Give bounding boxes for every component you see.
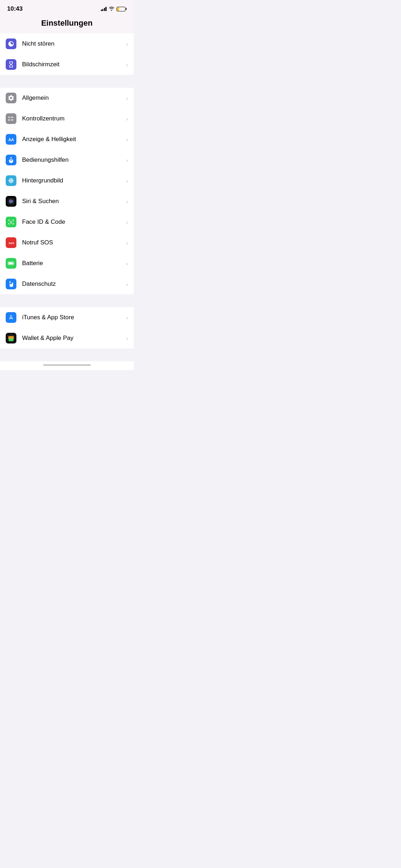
faceid-chevron: › (126, 219, 128, 225)
faceid-label: Face ID & Code (22, 218, 123, 226)
svg-point-5 (8, 119, 9, 120)
svg-point-22 (9, 200, 10, 203)
svg-point-25 (12, 200, 13, 203)
status-bar: 10:43 (0, 0, 134, 16)
nicht-storen-chevron: › (126, 41, 128, 47)
status-time: 10:43 (7, 5, 22, 12)
bottom-gap (0, 348, 134, 361)
sidebar-item-batterie[interactable]: Batterie › (0, 253, 134, 274)
allgemein-icon (6, 93, 16, 103)
svg-point-15 (9, 180, 10, 181)
siri-label: Siri & Suchen (22, 198, 123, 205)
svg-text:AA: AA (9, 138, 14, 142)
itunes-icon (6, 312, 16, 323)
svg-point-12 (10, 180, 12, 181)
datenschutz-label: Datenschutz (22, 280, 123, 288)
sidebar-item-kontrollzentrum[interactable]: Kontrollzentrum › (0, 108, 134, 129)
siri-icon (6, 196, 16, 207)
svg-point-7 (13, 119, 14, 120)
svg-point-23 (10, 199, 11, 203)
kontrollzentrum-label: Kontrollzentrum (22, 115, 123, 122)
nicht-storen-label: Nicht stören (22, 40, 123, 47)
svg-rect-33 (9, 337, 14, 338)
batterie-chevron: › (126, 260, 128, 267)
home-indicator-area (0, 361, 134, 370)
section-top: Nicht stören › Bildschirmzeit › (0, 33, 134, 75)
svg-point-3 (11, 117, 12, 118)
wifi-icon (109, 6, 114, 12)
page-title: Einstellungen (0, 19, 134, 28)
sidebar-item-notruf[interactable]: SOS Notruf SOS › (0, 232, 134, 253)
faceid-icon (6, 217, 16, 227)
anzeige-label: Anzeige & Helligkeit (22, 136, 123, 143)
bedienungshilfen-icon (6, 155, 16, 165)
sidebar-item-wallet[interactable]: Wallet & Apple Pay › (0, 328, 134, 348)
wallet-label: Wallet & Apple Pay (22, 335, 123, 342)
battery-icon (117, 7, 125, 11)
sidebar-item-siri[interactable]: Siri & Suchen › (0, 191, 134, 212)
sidebar-item-nicht-storen[interactable]: Nicht stören › (0, 33, 134, 54)
hintergrundbild-label: Hintergrundbild (22, 177, 123, 184)
sidebar-item-faceid[interactable]: Face ID & Code › (0, 212, 134, 232)
section-system: Allgemein › Kontrollzentrum › AA (0, 88, 134, 294)
wallet-icon (6, 333, 16, 343)
svg-rect-35 (9, 339, 13, 340)
sidebar-item-hintergrundbild[interactable]: Hintergrundbild › (0, 170, 134, 191)
bildschirmzeit-icon (6, 59, 16, 70)
itunes-chevron: › (126, 315, 128, 321)
kontrollzentrum-chevron: › (126, 116, 128, 122)
allgemein-chevron: › (126, 95, 128, 101)
svg-rect-34 (9, 339, 13, 341)
hintergrundbild-icon (6, 175, 16, 186)
bedienungshilfen-label: Bedienungshilfen (22, 156, 123, 164)
wallet-chevron: › (126, 335, 128, 341)
datenschutz-chevron: › (126, 281, 128, 287)
sidebar-item-allgemein[interactable]: Allgemein › (0, 88, 134, 108)
section-store: iTunes & App Store › Wallet & Apple Pay … (0, 307, 134, 348)
section-gap-1 (0, 75, 134, 88)
section-gap-2 (0, 294, 134, 307)
page-header: Einstellungen (0, 16, 134, 33)
anzeige-chevron: › (126, 136, 128, 143)
bedienungshilfen-chevron: › (126, 157, 128, 163)
notruf-icon: SOS (6, 237, 16, 248)
svg-point-24 (11, 200, 12, 203)
svg-point-11 (11, 157, 12, 158)
notruf-chevron: › (126, 240, 128, 246)
sidebar-item-itunes[interactable]: iTunes & App Store › (0, 307, 134, 328)
signal-icon (101, 7, 107, 11)
status-icons (101, 6, 127, 12)
sidebar-item-datenschutz[interactable]: Datenschutz › (0, 274, 134, 294)
kontrollzentrum-icon (6, 113, 16, 124)
svg-point-16 (12, 180, 14, 181)
svg-point-13 (10, 178, 11, 180)
batterie-icon (6, 258, 16, 269)
svg-text:SOS: SOS (9, 242, 14, 245)
bildschirmzeit-label: Bildschirmzeit (22, 61, 123, 68)
notruf-label: Notruf SOS (22, 239, 123, 246)
svg-point-1 (9, 117, 10, 118)
sidebar-item-bildschirmzeit[interactable]: Bildschirmzeit › (0, 54, 134, 75)
allgemein-label: Allgemein (22, 94, 123, 102)
sidebar-item-anzeige[interactable]: AA Anzeige & Helligkeit › (0, 129, 134, 150)
svg-rect-30 (9, 263, 13, 264)
svg-point-14 (10, 182, 11, 184)
bildschirmzeit-chevron: › (126, 62, 128, 68)
home-bar (43, 364, 91, 366)
sidebar-item-bedienungshilfen[interactable]: Bedienungshilfen › (0, 150, 134, 170)
hintergrundbild-chevron: › (126, 178, 128, 184)
itunes-label: iTunes & App Store (22, 314, 123, 321)
datenschutz-icon (6, 279, 16, 289)
nicht-storen-icon (6, 38, 16, 49)
anzeige-icon: AA (6, 134, 16, 145)
batterie-label: Batterie (22, 260, 123, 267)
siri-chevron: › (126, 198, 128, 205)
